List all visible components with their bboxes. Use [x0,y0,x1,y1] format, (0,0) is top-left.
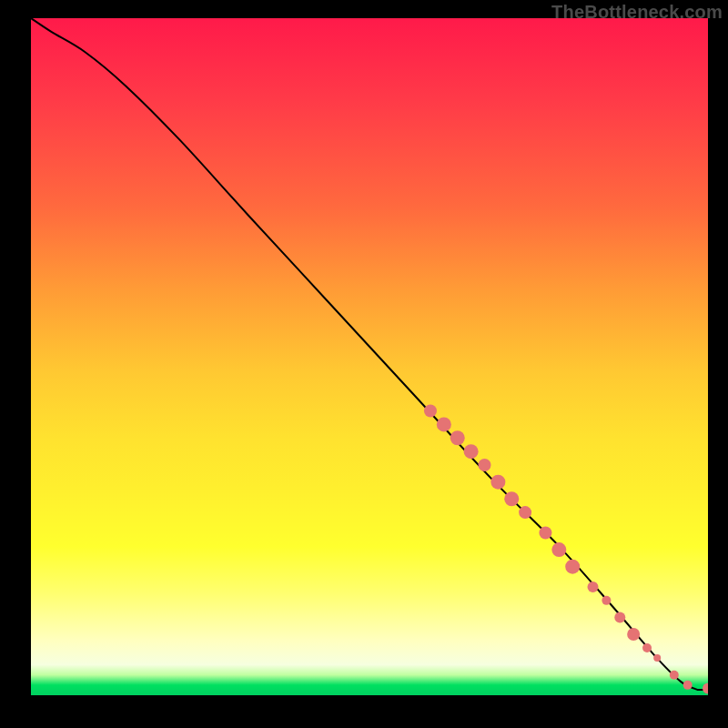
marker-layer [424,405,708,694]
data-marker [588,581,599,592]
data-marker [642,643,652,652]
data-marker [539,526,551,539]
data-marker [703,683,708,694]
data-marker [478,459,490,471]
data-marker [565,560,580,574]
watermark-text: TheBottleneck.com [551,2,723,23]
curve-layer [31,18,708,690]
data-marker [464,444,479,459]
plot-area [31,18,708,695]
data-marker [504,491,519,506]
data-marker [602,596,611,605]
data-marker [490,475,505,490]
data-marker [424,405,437,418]
data-marker [551,542,566,557]
data-marker [670,671,679,680]
data-marker [614,612,625,622]
data-marker [683,681,693,690]
data-marker [450,430,465,445]
data-marker [519,506,531,519]
data-marker [437,417,451,431]
data-marker [627,628,640,641]
data-marker [653,654,661,662]
chart-svg [31,18,708,695]
bottleneck-curve [31,18,708,690]
